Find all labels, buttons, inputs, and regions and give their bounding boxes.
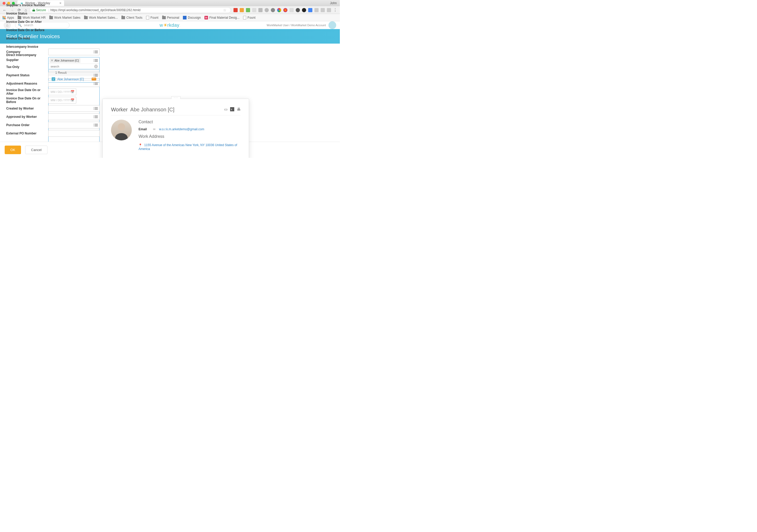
email-label: Email: [138, 127, 149, 131]
supplier-input[interactable]: × Abe Johannson [C] ×: [48, 57, 100, 69]
calendar-icon[interactable]: 📅: [71, 90, 75, 94]
label-created-by-worker: Created by Worker: [6, 107, 48, 110]
ok-button[interactable]: OK: [5, 145, 21, 154]
list-icon[interactable]: [95, 82, 98, 85]
input-external-po-number[interactable]: [48, 130, 100, 137]
list-icon[interactable]: [95, 115, 98, 118]
worker-popover: ⋯⋯ Worker Abe Johannson [C] ▭ x 🖶 Contac…: [103, 99, 249, 158]
input-company[interactable]: [48, 48, 100, 55]
label-suppliers-invoice-number: Supplier's Invoice Number: [6, 3, 48, 7]
chip-remove-icon[interactable]: ×: [51, 59, 53, 62]
email-value[interactable]: w.o.r.k.m.arketdemo@gmail.com: [159, 127, 204, 131]
clear-search-icon[interactable]: ×: [94, 65, 98, 68]
contact-section-title: Contact: [138, 120, 240, 124]
input-invoice-due-on-or-before[interactable]: MM / DD / YYYY📅: [48, 97, 76, 104]
label-approved-by-worker: Approved by Worker: [6, 115, 48, 119]
worker-label: Worker: [111, 107, 128, 112]
back-icon[interactable]: ←: [3, 8, 7, 12]
input-payment-status[interactable]: [48, 72, 100, 78]
label-supplier: Supplier: [6, 57, 48, 62]
svg-text:x: x: [231, 108, 232, 111]
input-adjustment-reasons[interactable]: [48, 80, 100, 87]
list-icon[interactable]: [95, 50, 98, 53]
label-purchase-order: Purchase Order: [6, 123, 48, 127]
label-invoice-due-on-or-before: Invoice Due Date On or Before: [6, 97, 48, 104]
list-icon[interactable]: [95, 124, 98, 126]
chip-text: Abe Johannson [C]: [54, 59, 79, 62]
supplier-dropdown-container: × Abe Johannson [C] × 1 Result ✓ Abe Joh…: [48, 57, 100, 151]
label-direct-intercompany: Direct Intercompany: [6, 53, 48, 57]
worker-name: Abe Johannson [C]: [130, 107, 174, 112]
close-window-icon[interactable]: [3, 2, 6, 5]
worker-avatar: [111, 120, 132, 141]
label-payment-status: Payment Status: [6, 74, 48, 77]
form-area: Company Supplier × Abe Johannson [C] ×: [0, 44, 340, 142]
map-marker-icon: 📍: [138, 143, 142, 147]
browser-menu-icon[interactable]: ⋮: [333, 8, 337, 13]
input-created-by-worker[interactable]: [48, 105, 100, 112]
excel-export-icon[interactable]: x: [230, 107, 234, 112]
date-placeholder: MM / DD / YYYY: [48, 90, 72, 93]
label-intercompany-invoice: Intercompany Invoice: [6, 45, 48, 48]
input-invoice-due-on-or-after[interactable]: MM / DD / YYYY📅: [48, 88, 76, 95]
label-adjustment-reasons: Adjustment Reasons: [6, 82, 48, 85]
label-invoice-status: Invoice Status: [6, 12, 48, 15]
list-icon[interactable]: [95, 74, 98, 77]
cancel-button[interactable]: Cancel: [25, 145, 47, 154]
envelope-icon: ✉: [153, 128, 155, 131]
date-placeholder: MM / DD / YYYY: [48, 99, 72, 102]
label-invoice-due-on-or-after: Invoice Due Date On or After: [6, 88, 48, 96]
address-link[interactable]: 1155 Avenue of the Americas New York, NY…: [138, 143, 237, 151]
input-approved-by-worker[interactable]: [48, 113, 100, 120]
input-purchase-order[interactable]: [48, 122, 100, 128]
list-icon[interactable]: [95, 107, 98, 110]
list-icon[interactable]: [95, 59, 98, 62]
drag-handle[interactable]: ⋯⋯: [171, 96, 181, 99]
label-tax-only: Tax-Only: [6, 65, 48, 69]
supplier-search-input[interactable]: [48, 64, 99, 69]
calendar-icon[interactable]: 📅: [71, 98, 75, 102]
work-address-title: Work Address: [138, 134, 240, 139]
label-invoice-date-on-or-after: Invoice Date On or After: [6, 20, 48, 24]
label-invoice-on-hold: Invoice On Hold: [6, 37, 48, 40]
label-invoice-date-on-or-before: Invoice Date On or Before: [6, 28, 48, 32]
supplier-chip[interactable]: × Abe Johannson [C]: [49, 58, 80, 63]
print-icon[interactable]: 🖶: [237, 107, 240, 112]
card-icon[interactable]: ▭: [224, 107, 227, 112]
label-external-po-number: External PO Number: [6, 132, 48, 135]
